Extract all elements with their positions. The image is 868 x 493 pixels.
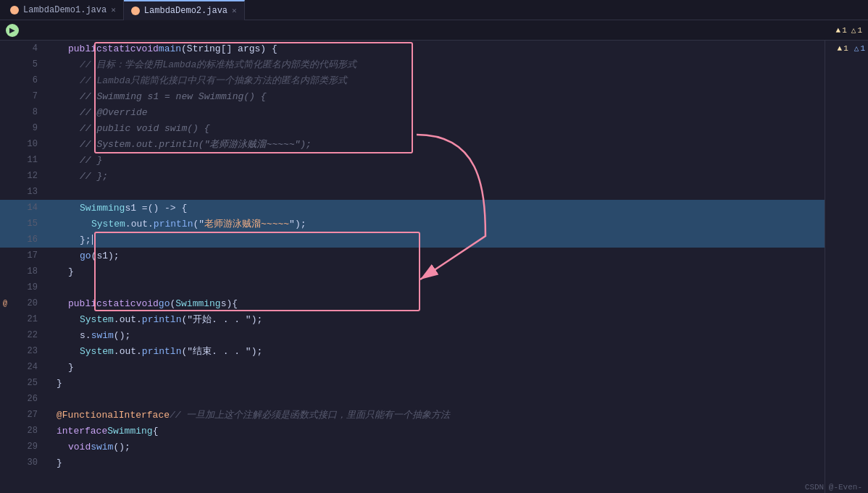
token-kw: interface	[57, 426, 107, 437]
right-info-num: 1	[860, 44, 865, 53]
line-number-13: 13	[0, 184, 43, 200]
line-number-19: 19	[0, 279, 43, 295]
code-line-13	[43, 184, 825, 200]
line-number-24: 24	[0, 359, 43, 375]
token-op: }	[68, 362, 74, 373]
token-op: (String[] args) {	[181, 43, 277, 54]
token-cn: Swimming	[175, 298, 220, 309]
line-number-5: 5	[0, 56, 43, 72]
line-number-10: 10	[0, 136, 43, 152]
token-comment: // Lambda只能简化接口中只有一个抽象方法的匿名内部类形式	[80, 74, 347, 87]
token-op: .	[136, 346, 142, 357]
token-method: swim	[91, 330, 114, 341]
line-number-18: 18	[0, 264, 43, 279]
credit-text: CSDN @-Even-	[805, 483, 862, 492]
run-button[interactable]: ▶	[6, 24, 19, 37]
line-number-28: 28	[0, 423, 43, 439]
code-line-4: public static void main(String[] args) {	[43, 41, 825, 56]
token-cn: Swimming	[80, 203, 125, 214]
token-op: };	[80, 235, 91, 245]
token-method: swim	[91, 442, 113, 452]
tab-label-1: LambdaDemo1.java	[23, 5, 107, 15]
code-line-8: // @Override	[43, 104, 825, 120]
token-op: }	[68, 266, 74, 277]
token-var: out	[120, 346, 136, 357]
tab-lambdademo2[interactable]: LambdaDemo2.java ✕	[124, 0, 245, 20]
token-str2: 老师游泳贼溜~~~~~	[204, 217, 289, 230]
code-line-5: // 目标：学会使用Lambda的标准格式简化匿名内部类的代码形式	[43, 56, 825, 72]
token-op: ("结束. . . ");	[181, 345, 262, 358]
tab-lambdademo1[interactable]: LambdaDemo1.java ✕	[3, 0, 124, 20]
code-line-15: System.out.println("老师游泳贼溜~~~~~");	[43, 216, 825, 232]
code-line-12: // };	[43, 168, 825, 184]
tab-close-2[interactable]: ✕	[232, 6, 237, 15]
token-op: s1 =	[125, 203, 147, 214]
token-var: out	[131, 219, 148, 229]
tab-icon-1	[10, 6, 19, 14]
line-number-29: 29	[0, 439, 43, 455]
token-op: .	[114, 346, 120, 357]
line-number-25: 25	[0, 375, 43, 391]
code-line-17: go(s1);	[43, 248, 825, 264]
token-op: ("	[193, 219, 204, 229]
token-op: {	[153, 426, 159, 437]
token-comment2: // @Override	[80, 107, 148, 118]
token-op: ");	[289, 219, 306, 229]
token-op: ("开始. . . ");	[181, 313, 262, 326]
token-comment2: // System.out.println("老师游泳贼溜~~~~~");	[80, 138, 312, 151]
code-line-23: System.out.println("结束. . . ");	[43, 343, 825, 359]
right-margin: ▲ 1 △ 1	[825, 41, 868, 493]
token-op: .	[125, 219, 131, 229]
token-comment: // 一旦加上这个注解必须是函数式接口，里面只能有一个抽象方法	[170, 408, 450, 421]
token-op: (	[170, 298, 175, 309]
code-line-25: }	[43, 375, 825, 391]
line-number-8: 8	[0, 104, 43, 120]
line-number-14: 14	[0, 200, 43, 216]
tab-close-1[interactable]: ✕	[111, 5, 116, 14]
token-method: println	[154, 219, 193, 229]
line-number-26: 26	[0, 391, 43, 407]
token-comment2: // Swimming s1 = new Swimming() {	[80, 91, 266, 102]
token-op: .	[114, 314, 120, 325]
code-line-20: public static void go(Swimming s){	[43, 295, 825, 311]
line-number-11: 11	[0, 152, 43, 168]
token-op: ();	[114, 330, 130, 341]
token-comment2: // }	[80, 155, 102, 166]
code-line-29: void swim();	[43, 439, 825, 455]
token-op: .	[148, 219, 154, 229]
code-line-10: // System.out.println("老师游泳贼溜~~~~~");	[43, 136, 825, 152]
token-op: }	[57, 378, 62, 389]
token-comment2: // public void swim() {	[80, 123, 209, 134]
token-method: main	[159, 43, 181, 54]
token-op: }	[57, 458, 62, 468]
code-line-14: Swimming s1 = () -> {	[43, 200, 825, 216]
token-var: out	[120, 314, 136, 325]
line-number-22: 22	[0, 327, 43, 343]
line-number-6: 6	[0, 72, 43, 88]
token-kw: public	[68, 298, 102, 309]
token-kw: static	[102, 298, 136, 309]
line-number-9: 9	[0, 120, 43, 136]
right-info-icon: △	[854, 43, 859, 53]
code-area[interactable]: public static void main(String[] args) {…	[43, 41, 825, 493]
line-number-15: 15	[0, 216, 43, 232]
right-warning-num: 1	[843, 44, 848, 53]
warning-icon: ▲	[836, 26, 841, 35]
text-cursor	[92, 235, 93, 245]
token-op: ();	[113, 442, 130, 452]
line-number-27: 27	[0, 407, 43, 423]
line-number-7: 7	[0, 88, 43, 104]
line-number-12: 12	[0, 168, 43, 184]
token-cn: Swimming	[107, 426, 152, 437]
token-op: .	[136, 314, 142, 325]
line-numbers: 45678910111213141516171819@2021222324252…	[0, 41, 43, 493]
code-line-22: s.swim();	[43, 327, 825, 343]
token-kw: void	[136, 298, 159, 309]
line-number-17: 17	[0, 248, 43, 264]
code-line-21: System.out.println("开始. . . ");	[43, 311, 825, 327]
warning-count: 1	[842, 26, 847, 35]
tab-bar: LambdaDemo1.java ✕ LambdaDemo2.java ✕	[0, 0, 868, 20]
token-op: s){	[221, 298, 238, 309]
code-line-28: interface Swimming{	[43, 423, 825, 439]
token-comment: // 目标：学会使用Lambda的标准格式简化匿名内部类的代码形式	[80, 58, 356, 71]
